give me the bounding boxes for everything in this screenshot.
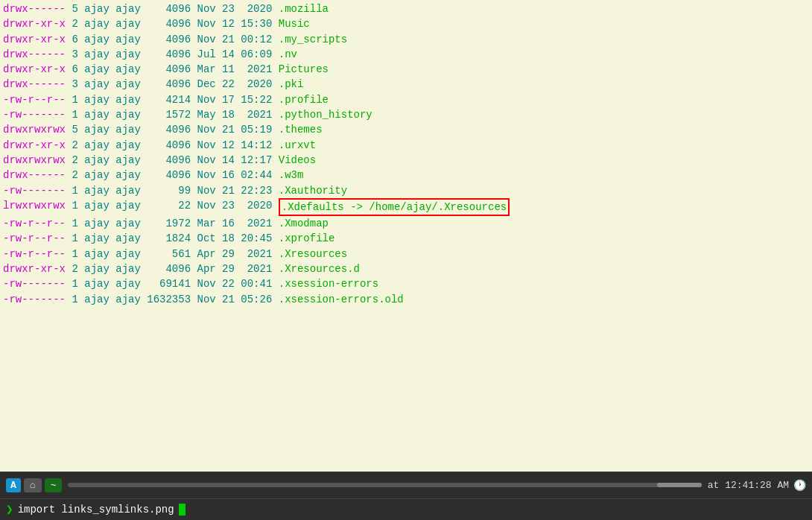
month: Nov bbox=[197, 92, 222, 107]
owner-user: ajay bbox=[84, 77, 115, 92]
file-name: .urxvt bbox=[279, 138, 316, 153]
link-count: 5 bbox=[66, 1, 84, 16]
file-name: .mozilla bbox=[279, 1, 329, 16]
table-row: -rw------- 1 ajay ajay 99 Nov 21 22:23 .… bbox=[3, 183, 809, 198]
month: Nov bbox=[197, 276, 222, 291]
table-row: drwxrwxrwx 2 ajay ajay 4096 Nov 14 12:17… bbox=[3, 153, 809, 168]
permissions: drwxr-xr-x bbox=[3, 261, 66, 276]
file-size: 4096 bbox=[147, 32, 197, 47]
month: Nov bbox=[197, 292, 222, 307]
day: 22 bbox=[222, 276, 241, 291]
statusbar-left: A ⌂ ~ bbox=[6, 478, 62, 492]
day: 12 bbox=[222, 138, 241, 153]
owner-group: ajay bbox=[115, 153, 147, 168]
day: 29 bbox=[222, 261, 241, 276]
permissions: drwxr-xr-x bbox=[3, 138, 66, 153]
file-size: 4096 bbox=[147, 138, 197, 153]
owner-group: ajay bbox=[115, 47, 147, 62]
table-row: -rw------- 1 ajay ajay 1572 May 18 2021 … bbox=[3, 107, 809, 122]
owner-group: ajay bbox=[115, 77, 147, 92]
time: 2020 bbox=[241, 1, 278, 16]
arch-icon[interactable]: A bbox=[6, 478, 21, 492]
day: 29 bbox=[222, 247, 241, 261]
scrollbar[interactable] bbox=[68, 483, 701, 487]
permissions: -rw-r--r-- bbox=[3, 231, 66, 246]
permissions: drwx------ bbox=[3, 47, 66, 62]
file-name: .python_history bbox=[279, 107, 372, 122]
time: 2021 bbox=[241, 247, 278, 261]
file-size: 1824 bbox=[147, 231, 197, 246]
tilde-text: ~ bbox=[45, 478, 63, 492]
terminal-content: drwx------ 5 ajay ajay 4096 Nov 23 2020 … bbox=[0, 0, 812, 472]
table-row: -rw-r--r-- 1 ajay ajay 1824 Oct 18 20:45… bbox=[3, 231, 809, 246]
owner-group: ajay bbox=[115, 16, 147, 31]
time: 2021 bbox=[241, 216, 278, 231]
file-name: Videos bbox=[279, 153, 316, 168]
file-size: 4096 bbox=[147, 62, 197, 77]
scrollbar-thumb[interactable] bbox=[657, 483, 702, 487]
owner-user: ajay bbox=[84, 92, 115, 107]
link-count: 1 bbox=[66, 216, 84, 231]
file-name: .Xmodmap bbox=[279, 216, 329, 231]
link-count: 1 bbox=[66, 107, 84, 122]
day: 22 bbox=[222, 77, 241, 92]
owner-user: ajay bbox=[84, 122, 115, 137]
time: 22:23 bbox=[241, 183, 278, 198]
file-size: 4096 bbox=[147, 168, 197, 183]
file-size: 4096 bbox=[147, 16, 197, 31]
owner-group: ajay bbox=[115, 1, 147, 16]
owner-group: ajay bbox=[115, 138, 147, 153]
permissions: -rw-r--r-- bbox=[3, 216, 66, 231]
owner-user: ajay bbox=[84, 261, 115, 276]
table-row: drwxr-xr-x 6 ajay ajay 4096 Mar 11 2021 … bbox=[3, 62, 809, 77]
day: 18 bbox=[222, 231, 241, 246]
time: 2020 bbox=[241, 77, 278, 92]
file-name: .my_scripts bbox=[279, 32, 347, 47]
table-row: drwx------ 2 ajay ajay 4096 Nov 16 02:44… bbox=[3, 168, 809, 183]
month: Oct bbox=[197, 231, 222, 246]
file-name: Pictures bbox=[279, 62, 329, 77]
file-name: .Xresources bbox=[279, 247, 347, 261]
table-row: -rw-r--r-- 1 ajay ajay 561 Apr 29 2021 .… bbox=[3, 247, 809, 261]
file-size: 4096 bbox=[147, 122, 197, 137]
link-count: 2 bbox=[66, 153, 84, 168]
time: 15:22 bbox=[241, 92, 278, 107]
owner-group: ajay bbox=[115, 292, 147, 307]
file-name: .nv bbox=[279, 47, 297, 62]
file-name: .xsession-errors.old bbox=[279, 292, 404, 307]
day: 18 bbox=[222, 107, 241, 122]
owner-group: ajay bbox=[115, 261, 147, 276]
owner-user: ajay bbox=[84, 47, 115, 62]
owner-user: ajay bbox=[84, 138, 115, 153]
month: Apr bbox=[197, 261, 222, 276]
permissions: -rw------- bbox=[3, 107, 66, 122]
month: Mar bbox=[197, 62, 222, 77]
home-icon[interactable]: ⌂ bbox=[24, 478, 42, 492]
table-row: -rw-r--r-- 1 ajay ajay 4214 Nov 17 15:22… bbox=[3, 92, 809, 107]
table-row: drwxr-xr-x 2 ajay ajay 4096 Apr 29 2021 … bbox=[3, 261, 809, 276]
link-count: 1 bbox=[66, 92, 84, 107]
month: Nov bbox=[197, 168, 222, 183]
owner-user: ajay bbox=[84, 292, 115, 307]
time: 15:30 bbox=[241, 16, 278, 31]
file-size: 1632353 bbox=[147, 292, 197, 307]
link-count: 2 bbox=[66, 168, 84, 183]
time: 00:41 bbox=[241, 276, 278, 291]
table-row: -rw------- 1 ajay ajay 1632353 Nov 21 05… bbox=[3, 292, 809, 307]
month: Jul bbox=[197, 47, 222, 62]
owner-user: ajay bbox=[84, 198, 115, 216]
time: 2021 bbox=[241, 107, 278, 122]
file-name: .profile bbox=[279, 92, 329, 107]
permissions: drwxr-xr-x bbox=[3, 62, 66, 77]
day: 12 bbox=[222, 16, 241, 31]
owner-user: ajay bbox=[84, 276, 115, 291]
table-row: drwxr-xr-x 6 ajay ajay 4096 Nov 21 00:12… bbox=[3, 32, 809, 47]
day: 14 bbox=[222, 47, 241, 62]
time-text: at 12:41:28 AM bbox=[708, 480, 789, 491]
link-count: 1 bbox=[66, 183, 84, 198]
owner-group: ajay bbox=[115, 183, 147, 198]
permissions: drwxr-xr-x bbox=[3, 16, 66, 31]
day: 17 bbox=[222, 92, 241, 107]
owner-group: ajay bbox=[115, 198, 147, 216]
owner-user: ajay bbox=[84, 183, 115, 198]
